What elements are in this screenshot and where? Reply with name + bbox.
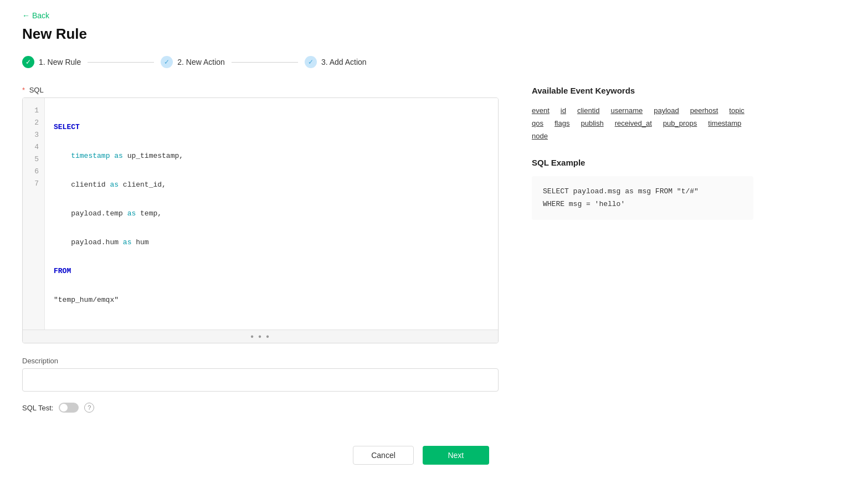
- description-section: Description: [22, 357, 499, 392]
- keyword-timestamp[interactable]: timestamp: [708, 119, 741, 127]
- keyword-username[interactable]: username: [610, 106, 643, 115]
- keyword-peerhost[interactable]: peerhost: [690, 106, 718, 115]
- back-arrow-icon: ←: [22, 11, 30, 20]
- cancel-button[interactable]: Cancel: [353, 446, 414, 465]
- right-panel: Available Event Keywords event id client…: [532, 86, 753, 413]
- keywords-grid: event id clientid username payload peerh…: [532, 106, 753, 140]
- keyword-topic[interactable]: topic: [729, 106, 744, 115]
- back-label: Back: [32, 11, 49, 20]
- sql-label: * SQL: [22, 86, 499, 94]
- keywords-panel-title: Available Event Keywords: [532, 86, 753, 95]
- description-label: Description: [22, 357, 499, 365]
- toggle-knob: [60, 404, 68, 412]
- step-1-label: 1. New Rule: [39, 58, 81, 66]
- step-line-1: [88, 62, 154, 63]
- keyword-qos[interactable]: qos: [532, 119, 543, 127]
- step-3: ✓ 3. Add Action: [305, 56, 367, 68]
- keyword-payload[interactable]: payload: [654, 106, 679, 115]
- stepper: ✓ 1. New Rule ✓ 2. New Action ✓ 3. Add A…: [22, 56, 820, 68]
- keyword-received-at[interactable]: received_at: [615, 119, 652, 127]
- required-marker: *: [22, 86, 25, 94]
- sql-editor[interactable]: 1 2 3 4 5 6 7 SELECT timestamp as up_tim…: [22, 97, 499, 343]
- keyword-flags[interactable]: flags: [555, 119, 569, 127]
- sql-example-line1: SELECT payload.msg as msg FROM "t/#": [543, 185, 742, 198]
- keyword-event[interactable]: event: [532, 106, 550, 115]
- step-line-2: [232, 62, 298, 63]
- sql-example-line2: WHERE msg = 'hello': [543, 198, 742, 210]
- keyword-publish[interactable]: publish: [581, 119, 603, 127]
- sql-field-label: SQL: [29, 86, 44, 94]
- sql-example-code: SELECT payload.msg as msg FROM "t/#" WHE…: [532, 176, 753, 220]
- step-1-icon: ✓: [22, 56, 34, 68]
- bottom-actions: Cancel Next: [22, 446, 820, 487]
- next-button[interactable]: Next: [423, 446, 489, 465]
- step-3-label: 3. Add Action: [321, 58, 367, 66]
- check-icon-3: ✓: [308, 58, 314, 66]
- step-2-label: 2. New Action: [177, 58, 225, 66]
- step-2-icon: ✓: [161, 56, 173, 68]
- step-1: ✓ 1. New Rule: [22, 56, 81, 68]
- keyword-pub-props[interactable]: pub_props: [663, 119, 697, 127]
- sql-test-toggle[interactable]: [59, 403, 79, 413]
- sql-test-row: SQL Test: ?: [22, 403, 499, 413]
- keyword-clientid[interactable]: clientid: [577, 106, 599, 115]
- step-3-icon: ✓: [305, 56, 317, 68]
- keyword-node[interactable]: node: [532, 132, 548, 140]
- code-content[interactable]: SELECT timestamp as up_timestamp, client…: [45, 98, 498, 330]
- back-link[interactable]: ← Back: [22, 11, 49, 20]
- sql-example-title: SQL Example: [532, 158, 753, 167]
- keyword-id[interactable]: id: [561, 106, 566, 115]
- check-icon: ✓: [25, 58, 31, 66]
- help-icon[interactable]: ?: [84, 403, 94, 413]
- sql-test-label: SQL Test:: [22, 404, 53, 412]
- line-numbers: 1 2 3 4 5 6 7: [23, 98, 45, 330]
- page-title: New Rule: [22, 25, 820, 43]
- resize-dots: • • •: [250, 332, 270, 342]
- code-resizer[interactable]: • • •: [23, 330, 498, 343]
- sql-example-box: SQL Example SELECT payload.msg as msg FR…: [532, 158, 753, 220]
- step-2: ✓ 2. New Action: [161, 56, 225, 68]
- check-icon-2: ✓: [164, 58, 170, 66]
- description-input[interactable]: [22, 368, 499, 392]
